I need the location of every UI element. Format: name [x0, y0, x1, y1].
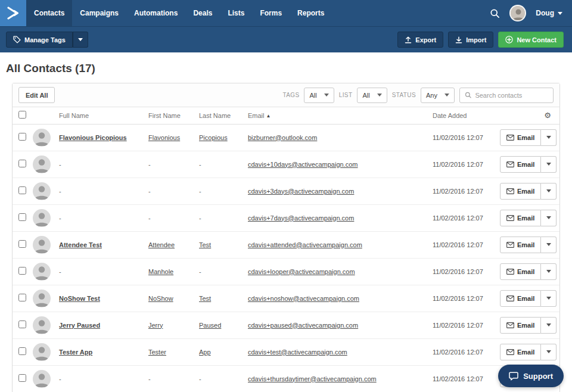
contact-avatar[interactable] [33, 370, 51, 388]
new-contact-button[interactable]: New Contact [498, 32, 564, 48]
email-link[interactable]: bizburner@outlook.com [248, 134, 317, 141]
first-name-link[interactable]: - [148, 214, 151, 222]
full-name-link[interactable]: Attendee Test [59, 241, 102, 248]
row-checkbox[interactable] [18, 374, 26, 382]
last-name-link[interactable]: - [199, 268, 201, 275]
first-name-link[interactable]: Tester [148, 349, 166, 356]
contact-avatar[interactable] [33, 129, 51, 147]
full-name-link[interactable]: - [59, 161, 61, 168]
column-header-last-name[interactable]: Last Name [199, 107, 248, 124]
email-link[interactable]: cdavis+3days@activecampaign.com [248, 188, 354, 195]
list-filter-select[interactable]: All [357, 88, 387, 103]
first-name-link[interactable]: - [148, 188, 151, 195]
import-button[interactable]: Import [448, 32, 493, 48]
row-actions-dropdown[interactable] [541, 237, 557, 253]
column-header-email[interactable]: Email▲ [248, 107, 433, 124]
contact-avatar[interactable] [33, 236, 51, 254]
row-checkbox[interactable] [18, 321, 26, 328]
contact-avatar[interactable] [33, 209, 51, 227]
email-button[interactable]: Email [500, 156, 541, 173]
export-button[interactable]: Export [397, 32, 443, 48]
row-checkbox[interactable] [18, 267, 26, 275]
row-checkbox[interactable] [18, 160, 26, 167]
last-name-link[interactable]: Test [199, 241, 211, 248]
contact-avatar[interactable] [33, 155, 51, 173]
full-name-link[interactable]: Jerry Paused [59, 322, 100, 329]
nav-item-contacts[interactable]: Contacts [26, 0, 72, 26]
email-link[interactable]: cdavis+test@activecampaign.com [248, 349, 347, 356]
first-name-link[interactable]: - [148, 161, 151, 168]
row-actions-dropdown[interactable] [541, 344, 557, 360]
row-actions-dropdown[interactable] [541, 156, 557, 173]
full-name-link[interactable]: - [59, 375, 61, 382]
email-link[interactable]: cdavis+attended@activecampaign.com [248, 241, 362, 248]
contact-avatar[interactable] [33, 182, 51, 200]
nav-item-forms[interactable]: Forms [252, 0, 290, 26]
last-name-link[interactable]: Picopious [199, 134, 228, 141]
email-button[interactable]: Email [500, 317, 541, 334]
user-menu[interactable]: Doug [536, 9, 562, 17]
last-name-link[interactable]: - [199, 161, 201, 168]
nav-item-deals[interactable]: Deals [185, 0, 220, 26]
activecampaign-logo[interactable] [0, 0, 26, 26]
first-name-link[interactable]: Jerry [148, 322, 163, 329]
full-name-link[interactable]: NoShow Test [59, 295, 100, 302]
last-name-link[interactable]: - [199, 375, 201, 382]
full-name-link[interactable]: Tester App [59, 349, 92, 356]
manage-tags-dropdown[interactable] [73, 32, 88, 48]
edit-all-button[interactable]: Edit All [18, 87, 55, 103]
full-name-link[interactable]: - [59, 214, 61, 222]
first-name-link[interactable]: Flavonious [148, 134, 180, 141]
row-checkbox[interactable] [18, 133, 26, 141]
email-button[interactable]: Email [500, 183, 541, 200]
last-name-link[interactable]: App [199, 349, 211, 356]
first-name-link[interactable]: Attendee [148, 241, 175, 248]
email-button[interactable]: Email [500, 344, 541, 360]
row-actions-dropdown[interactable] [541, 210, 557, 226]
search-contacts-input[interactable] [475, 92, 548, 99]
contact-avatar[interactable] [33, 290, 51, 307]
email-link[interactable]: cdavis+7days@activecampaign.com [248, 214, 354, 222]
row-checkbox[interactable] [18, 347, 26, 355]
column-header-full-name[interactable]: Full Name [59, 107, 148, 124]
last-name-link[interactable]: - [199, 188, 201, 195]
contact-avatar[interactable] [33, 343, 51, 361]
column-settings-gear-icon[interactable]: ⚙ [544, 111, 551, 120]
search-icon[interactable] [490, 8, 500, 18]
row-checkbox[interactable] [18, 213, 26, 221]
full-name-link[interactable]: Flavonious Picopious [59, 134, 127, 141]
nav-item-lists[interactable]: Lists [220, 0, 252, 26]
first-name-link[interactable]: Manhole [148, 268, 173, 275]
tags-filter-select[interactable]: All [304, 88, 334, 103]
email-link[interactable]: cdavis+10days@activecampaign.com [248, 161, 358, 168]
row-actions-dropdown[interactable] [541, 183, 557, 200]
column-header-first-name[interactable]: First Name [148, 107, 199, 124]
first-name-link[interactable]: - [148, 375, 151, 382]
column-header-date-added[interactable]: Date Added [433, 107, 500, 124]
full-name-link[interactable]: - [59, 188, 61, 195]
email-link[interactable]: cdavis+looper@activecampaign.com [248, 268, 355, 275]
row-checkbox[interactable] [18, 186, 26, 194]
nav-item-reports[interactable]: Reports [290, 0, 332, 26]
row-checkbox[interactable] [18, 294, 26, 301]
nav-item-campaigns[interactable]: Campaigns [72, 0, 126, 26]
last-name-link[interactable]: - [199, 214, 201, 222]
row-checkbox[interactable] [18, 240, 26, 248]
row-actions-dropdown[interactable] [541, 129, 557, 146]
manage-tags-button[interactable]: Manage Tags [6, 32, 73, 48]
support-button[interactable]: Support [498, 365, 564, 387]
row-actions-dropdown[interactable] [541, 317, 557, 334]
nav-item-automations[interactable]: Automations [126, 0, 185, 26]
email-button[interactable]: Email [500, 290, 541, 307]
email-link[interactable]: cdavis+thursdaytimer@activecampaign.com [248, 375, 377, 382]
contact-avatar[interactable] [33, 263, 51, 281]
row-actions-dropdown[interactable] [541, 290, 557, 307]
email-button[interactable]: Email [500, 210, 541, 226]
email-link[interactable]: cdavis+paused@activecampaign.com [248, 322, 358, 329]
select-all-checkbox[interactable] [18, 111, 26, 119]
email-link[interactable]: cdavis+noshow@activecampaign.com [248, 295, 359, 302]
last-name-link[interactable]: Paused [199, 322, 221, 329]
email-button[interactable]: Email [500, 129, 541, 146]
email-button[interactable]: Email [500, 263, 541, 280]
full-name-link[interactable]: - [59, 268, 61, 275]
